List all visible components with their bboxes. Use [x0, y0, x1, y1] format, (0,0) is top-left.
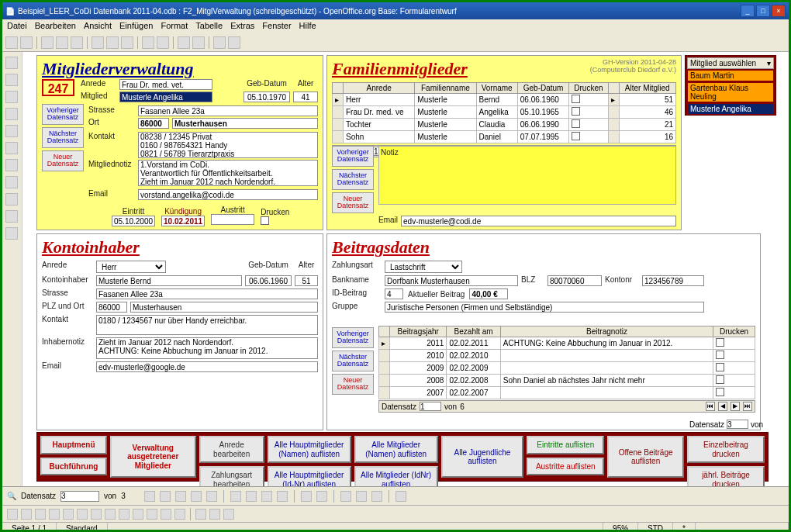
bd-next-button[interactable]: Nächster Datensatz	[332, 351, 374, 371]
maximize-button[interactable]: □	[756, 5, 770, 17]
ki-geb-field[interactable]: 06.06.1960	[245, 275, 292, 286]
field-gebdatum[interactable]: 05.10.1970	[244, 92, 290, 102]
extrusion-icon[interactable]	[223, 509, 234, 520]
draw-star-icon[interactable]	[161, 509, 171, 520]
binoculars-icon[interactable]: 🔍	[7, 492, 16, 500]
menu-tabelle[interactable]: Tabelle	[195, 21, 223, 32]
fm-field-email[interactable]: edv-musterle@codi.de	[401, 216, 676, 226]
from-file-icon[interactable]	[209, 509, 220, 520]
fm-new-button[interactable]: Neuer Datensatz	[332, 192, 374, 213]
anrede-bearbeiten-button[interactable]: Anrede bearbeiten	[199, 436, 264, 463]
draw-flowchart-icon[interactable]	[147, 509, 157, 520]
hauptmitglieder-namen-button[interactable]: Alle Hauptmitglieder (Namen) auflisten	[268, 436, 351, 463]
tool-button-icon[interactable]	[5, 125, 18, 137]
nav-first-icon[interactable]: ⏮	[706, 402, 715, 411]
toolbar-edit-icon[interactable]	[41, 36, 54, 49]
buchfuehrung-button[interactable]: Buchführung	[40, 458, 107, 476]
col-gebdatum[interactable]: Geb-Datum	[517, 83, 569, 94]
bottom-recpos-input[interactable]	[60, 491, 99, 502]
nav-first-icon[interactable]	[144, 491, 155, 502]
toolbar-save-icon[interactable]	[20, 36, 33, 49]
fm-notiz-area[interactable]: Notiz	[378, 146, 676, 205]
menu-datei[interactable]: Datei	[7, 21, 27, 32]
bd-new-button[interactable]: Neuer Datensatz	[332, 374, 374, 395]
eintritte-button[interactable]: Eintritte auflisten	[527, 436, 604, 454]
prev-record-button[interactable]: Vorheriger Datensatz	[42, 104, 84, 125]
jugendliche-button[interactable]: Alle Jugendliche auflisten	[441, 436, 524, 478]
ki-notiz-field[interactable]: Zieht im Januar 2012 nach Nordendorf. AC…	[96, 337, 318, 359]
ki-kontakt-field[interactable]: 0180 / 1234567 nur über Handy erreichbar…	[96, 315, 318, 335]
menu-bearbeiten[interactable]: Bearbeiten	[35, 21, 76, 32]
remove-filter-icon[interactable]	[371, 491, 382, 502]
nav-next-icon[interactable]	[175, 491, 186, 502]
field-ort[interactable]: Musterhausen	[172, 118, 318, 129]
fontwork-icon[interactable]	[195, 509, 206, 520]
side-header[interactable]: Mitglied auswählen	[690, 59, 756, 67]
toolbar-redo-icon[interactable]	[157, 36, 169, 49]
col-familienname[interactable]: Familienname	[415, 83, 476, 94]
mitglieder-id-button[interactable]: Alle Mitglieder (IdNr) auflisten	[354, 466, 438, 486]
col-alter[interactable]: Alter Mitglied	[619, 83, 676, 94]
draw-rect-icon[interactable]	[35, 509, 46, 520]
toolbar-nav-icon[interactable]	[192, 36, 205, 49]
draw-line-icon[interactable]	[21, 509, 32, 520]
col-drucken[interactable]: Drucken	[569, 83, 608, 94]
nav-next-icon[interactable]: ▶	[731, 402, 740, 411]
bd-recpos-input[interactable]	[420, 402, 441, 411]
offene-beitraege-button[interactable]: Offene Beiträge auflisten	[607, 436, 684, 478]
side-item[interactable]: Gartenbau Klaus Neuling	[687, 82, 774, 102]
jaehrl-beitraege-drucken-button[interactable]: jährl. Beiträge drucken	[687, 466, 765, 486]
toolbar-form-icon[interactable]	[213, 36, 226, 49]
nav-new-icon[interactable]	[206, 491, 217, 502]
draw-ellipse-icon[interactable]	[49, 509, 60, 520]
zahlungsart-bearbeiten-button[interactable]: Zahlungsart bearbeiten	[199, 466, 264, 486]
menu-format[interactable]: Format	[161, 21, 188, 32]
delete-record-icon[interactable]	[261, 491, 272, 502]
ki-ort-field[interactable]: Musterhausen	[130, 302, 318, 313]
bd-idbeitrag-field[interactable]: 4	[385, 288, 403, 299]
status-zoom[interactable]: 95%	[603, 523, 638, 532]
col-vorname[interactable]: Vorname	[476, 83, 517, 94]
autofilter-icon[interactable]	[340, 491, 351, 502]
field-kuendigung[interactable]: 10.02.2011	[161, 216, 205, 226]
nav-last-icon[interactable]	[191, 491, 202, 502]
bd-bankname-field[interactable]: Dorfbank Musterhausen	[385, 275, 518, 286]
toolbar-icon[interactable]	[5, 36, 18, 49]
ki-plz-field[interactable]: 86000	[96, 302, 127, 313]
bd-blz-field[interactable]: 80070060	[547, 275, 602, 286]
tool-pointer-icon[interactable]	[5, 57, 18, 69]
toolbar-export-icon[interactable]	[56, 36, 68, 49]
einzelbeitrag-drucken-button[interactable]: Einzelbeitrag drucken	[687, 436, 765, 463]
austritte-button[interactable]: Austritte auflisten	[527, 458, 604, 476]
draw-callout-icon[interactable]	[91, 509, 102, 520]
draw-text-icon[interactable]	[77, 509, 88, 520]
fm-prev-button[interactable]: Vorheriger Datensatz	[332, 146, 374, 167]
toolbar-paste-icon[interactable]	[121, 36, 133, 49]
hauptmitglieder-id-button[interactable]: Alle Hauptmitglieder (Id-Nr) auflisten	[268, 466, 351, 486]
menu-hilfe[interactable]: Hilfe	[299, 21, 316, 32]
hauptmenu-button[interactable]: Hauptmenü	[40, 436, 107, 454]
save-record-icon[interactable]	[230, 491, 241, 502]
familien-table[interactable]: Anrede Familienname Vorname Geb-Datum Dr…	[332, 82, 676, 143]
toolbar-undo-icon[interactable]	[142, 36, 154, 49]
menu-ansicht[interactable]: Ansicht	[84, 21, 112, 32]
bd-aktueller-field[interactable]: 40,00 €	[469, 288, 508, 299]
close-button[interactable]: ×	[772, 5, 786, 17]
refresh-icon[interactable]	[277, 491, 288, 502]
toolbar-design-icon[interactable]	[228, 36, 240, 49]
next-record-button[interactable]: Nächster Datensatz	[42, 127, 84, 148]
undo-record-icon[interactable]	[246, 491, 257, 502]
tool-check-icon[interactable]	[5, 159, 18, 171]
tool-list-icon[interactable]	[5, 176, 18, 188]
field-eintritt[interactable]: 05.10.2000	[112, 216, 155, 226]
sort-desc-icon[interactable]	[316, 491, 327, 502]
toolbar-find-icon[interactable]	[178, 36, 190, 49]
side-item[interactable]: Baum Martin	[687, 70, 774, 81]
outer-recpos-input[interactable]	[727, 420, 748, 429]
side-item-selected[interactable]: Musterle Angelika	[687, 103, 774, 115]
field-plz[interactable]: 86000	[138, 118, 169, 129]
nav-prev-icon[interactable]	[160, 491, 171, 502]
nav-prev-icon[interactable]: ◀	[718, 402, 727, 411]
fm-next-button[interactable]: Nächster Datensatz	[332, 169, 374, 190]
sort-asc-icon[interactable]	[301, 491, 312, 502]
